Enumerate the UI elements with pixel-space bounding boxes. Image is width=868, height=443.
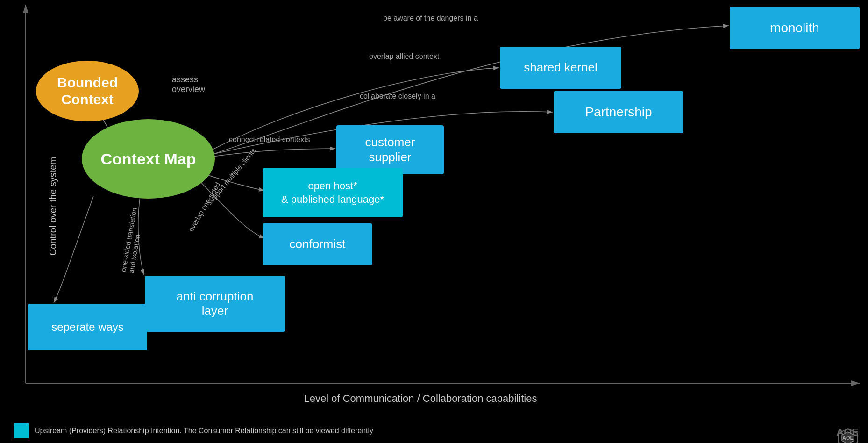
partnership-node: Partnership: [554, 91, 683, 133]
separate-ways-label: seperate ways: [51, 321, 124, 334]
be-aware-label: be aware of the dangers in a: [383, 14, 478, 22]
aoe-icon: AOE: [836, 426, 860, 443]
legend-color-box: [14, 423, 29, 438]
conformist-label: conformist: [290, 237, 346, 251]
x-axis-label: Level of Communication / Collaboration c…: [187, 393, 654, 405]
svg-marker-3: [851, 380, 860, 386]
legend-text: Upstream (Providers) Relationship Intent…: [35, 427, 373, 435]
overlap-allied-label: overlap allied context: [369, 52, 439, 61]
svg-marker-2: [23, 5, 28, 13]
monolith-node: monolith: [730, 7, 860, 49]
monolith-label: monolith: [770, 20, 819, 36]
aoe-logo: AOE AOE: [836, 426, 859, 438]
bounded-context-node: Bounded Context: [36, 61, 139, 121]
shared-kernel-label: shared kernel: [524, 60, 598, 75]
assess-overview-label: assessoverview: [172, 75, 205, 94]
svg-text:AOE: AOE: [842, 435, 854, 441]
connect-related-label: connect related contexts: [229, 136, 310, 144]
anti-corruption-label: anti corruptionlayer: [177, 289, 254, 318]
open-host-node: open host*& published language*: [263, 168, 403, 217]
shared-kernel-node: shared kernel: [500, 47, 621, 89]
diagram-container: Bounded Context Context Map monolith sha…: [0, 0, 868, 443]
partnership-label: Partnership: [585, 104, 652, 120]
customer-supplier-label: customersupplier: [365, 135, 415, 164]
legend-area: Upstream (Providers) Relationship Intent…: [14, 423, 373, 438]
y-axis-label: Control over the system: [48, 157, 58, 256]
collaborate-closely-label: collaborate closely in a: [360, 92, 435, 100]
customer-supplier-node: customersupplier: [336, 125, 444, 174]
conformist-node: conformist: [263, 223, 372, 265]
context-map-label: Context Map: [101, 150, 196, 169]
context-map-node: Context Map: [82, 119, 215, 199]
bounded-context-label: Bounded Context: [36, 74, 139, 108]
separate-ways-node: seperate ways: [28, 304, 147, 350]
open-host-label: open host*& published language*: [281, 179, 384, 206]
anti-corruption-layer-node: anti corruptionlayer: [145, 276, 285, 332]
